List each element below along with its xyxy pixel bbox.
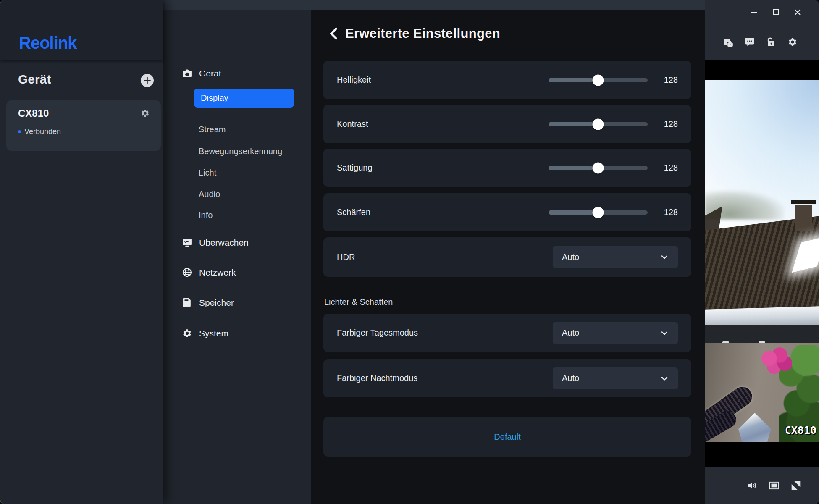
setting-row-helligkeit: Helligkeit 128 [323, 61, 691, 99]
settings-gear-icon[interactable] [788, 37, 798, 47]
live-video[interactable]: CX810 [705, 60, 819, 467]
advanced-settings-panel: Erweiterte Einstellungen Helligkeit 128 … [311, 10, 705, 504]
window-titlebar[interactable] [163, 0, 705, 10]
camera-osd-label: CX810 [785, 424, 816, 436]
dropdown-value: Auto [562, 328, 579, 338]
chevron-down-icon [660, 374, 669, 383]
device-name: CX810 [18, 108, 49, 119]
kontrast-slider[interactable] [549, 122, 648, 126]
device-section-title: Gerät [18, 72, 51, 87]
nav-section-label: Überwachen [199, 238, 249, 248]
default-button-label: Default [494, 432, 520, 442]
speaker-icon[interactable] [747, 480, 758, 491]
live-view-toolbar [705, 37, 819, 47]
slider-value: 128 [658, 163, 678, 173]
close-icon[interactable] [794, 8, 801, 16]
minimize-icon[interactable] [750, 8, 758, 16]
balcony-rail [705, 326, 819, 343]
fullscreen-icon[interactable] [790, 480, 801, 491]
nav-item-display[interactable]: Display [194, 89, 294, 108]
slider-knob[interactable] [593, 207, 604, 218]
setting-row-hdr: HDR Auto [323, 237, 691, 277]
slider-value: 128 [658, 75, 678, 85]
setting-label: Farbiger Tagesmodus [337, 328, 418, 338]
monitor-icon [182, 237, 192, 248]
schaerfen-slider[interactable] [549, 210, 648, 215]
add-device-button[interactable] [141, 74, 154, 87]
setting-row-tagesmodus: Farbiger Tagesmodus Auto [323, 314, 691, 352]
globe-icon [182, 267, 192, 278]
nachtmodus-dropdown[interactable]: Auto [553, 368, 678, 389]
balcony-ledge [705, 306, 819, 328]
setting-row-kontrast: Kontrast 128 [323, 105, 691, 143]
back-icon[interactable] [328, 27, 339, 40]
chevron-down-icon [660, 253, 669, 261]
hdr-dropdown[interactable]: Auto [553, 246, 678, 268]
screenshot-lock-icon[interactable] [723, 37, 733, 47]
setting-row-schaerfen: Schärfen 128 [323, 193, 691, 231]
camera-stream-image: CX810 [705, 80, 819, 442]
slider-value: 128 [658, 207, 678, 217]
device-card[interactable]: CX810 Verbunden [6, 100, 161, 151]
camera-icon [182, 68, 192, 79]
nav-section-ueberwachen[interactable]: Überwachen [182, 237, 249, 248]
saettigung-slider[interactable] [549, 166, 648, 170]
reolink-logo: Reolink [19, 34, 76, 52]
helligkeit-slider[interactable] [549, 78, 648, 82]
nav-item-info[interactable]: Info [199, 210, 213, 220]
tagesmodus-dropdown[interactable]: Auto [553, 322, 678, 344]
slider-knob[interactable] [593, 162, 604, 173]
nav-section-label: Netzwerk [199, 268, 236, 278]
dropdown-value: Auto [562, 373, 579, 383]
nav-group-label: Gerät [199, 68, 221, 79]
setting-label: Helligkeit [337, 75, 371, 85]
nav-section-speicher[interactable]: Speicher [182, 297, 234, 308]
reolink-client-window: Gerät Display Stream Bewegungserkennung … [0, 0, 819, 504]
unlock-icon[interactable] [766, 37, 776, 47]
nav-section-label: System [199, 328, 228, 339]
geranium-flower [759, 347, 792, 375]
storage-icon [182, 297, 192, 308]
fit-frame-icon[interactable] [769, 480, 780, 491]
nav-item-bewegungserkennung[interactable]: Bewegungserkennung [199, 147, 282, 156]
nav-item-stream[interactable]: Stream [199, 125, 226, 134]
settings-nav-panel: Gerät Display Stream Bewegungserkennung … [163, 10, 311, 504]
setting-row-nachtmodus: Farbiger Nachtmodus Auto [323, 359, 691, 397]
window-controls [750, 8, 801, 16]
nav-section-label: Speicher [199, 298, 234, 308]
setting-label: Farbiger Nachtmodus [337, 373, 417, 383]
setting-label: HDR [337, 252, 355, 262]
nav-item-licht[interactable]: Licht [199, 168, 216, 178]
section-lichter-schatten: Lichter & Schatten [324, 297, 393, 307]
dropdown-value: Auto [562, 252, 579, 262]
nav-group-geraet[interactable]: Gerät [182, 68, 221, 79]
setting-row-saettigung: Sättigung 128 [323, 149, 691, 187]
gear-icon [182, 328, 192, 339]
device-status: Verbunden [18, 127, 61, 136]
device-drawer: Reolink Gerät CX810 Verbunden [0, 0, 163, 504]
slider-knob[interactable] [593, 74, 604, 86]
feedback-chat-icon[interactable] [745, 37, 755, 47]
device-settings-icon[interactable] [140, 108, 150, 118]
nav-section-netzwerk[interactable]: Netzwerk [182, 267, 236, 278]
chevron-down-icon [660, 329, 669, 337]
live-view-bottom-bar [705, 467, 819, 504]
maximize-icon[interactable] [772, 8, 780, 16]
live-view-panel: CX810 [705, 0, 819, 504]
page-title: Erweiterte Einstellungen [345, 26, 500, 41]
drawer-header: Reolink [0, 0, 163, 60]
chimney-cap [791, 200, 816, 204]
setting-label: Sättigung [337, 163, 373, 173]
plus-icon [144, 77, 151, 84]
slider-value: 128 [658, 119, 678, 129]
nav-section-system[interactable]: System [182, 328, 228, 339]
chimney [795, 205, 812, 231]
setting-label: Schärfen [337, 207, 370, 217]
setting-label: Kontrast [337, 119, 368, 129]
status-dot [18, 130, 21, 133]
slider-knob[interactable] [593, 118, 604, 130]
default-button[interactable]: Default [323, 417, 691, 457]
device-status-text: Verbunden [24, 127, 61, 136]
nav-item-audio[interactable]: Audio [199, 189, 220, 199]
